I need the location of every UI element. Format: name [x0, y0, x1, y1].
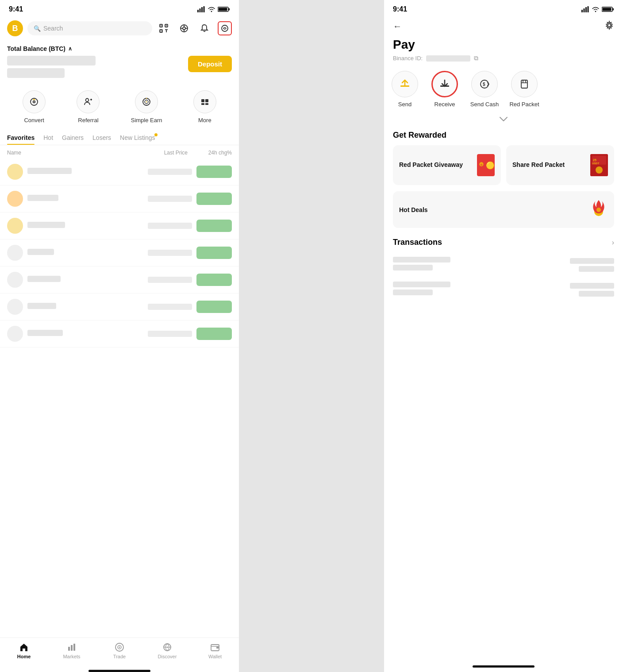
- share-red-packet-card[interactable]: Share Red Packet 25 USDT: [506, 145, 614, 185]
- copy-icon[interactable]: ⧉: [474, 54, 478, 62]
- svg-rect-38: [71, 645, 73, 651]
- time-left: 9:41: [9, 5, 23, 13]
- balance-row: Deposit: [7, 56, 232, 81]
- svg-text:B: B: [481, 163, 483, 166]
- nav-discover[interactable]: Discover: [143, 642, 191, 659]
- red-packet-giveaway-label: Red Packet Giveaway: [399, 161, 463, 170]
- settings-button[interactable]: [604, 20, 614, 32]
- svg-point-4: [211, 11, 212, 12]
- svg-text:USDT: USDT: [592, 162, 600, 165]
- transaction-row[interactable]: [393, 252, 614, 277]
- price-blur: [148, 196, 192, 202]
- balance-label: Total Balance (BTC) ∧: [7, 45, 232, 52]
- balance-section: Total Balance (BTC) ∧ Deposit: [0, 42, 239, 86]
- wallet-icon: [210, 642, 220, 652]
- balance-caret-icon[interactable]: ∧: [68, 46, 72, 52]
- svg-rect-47: [216, 647, 219, 649]
- tab-new-listings[interactable]: New Listings: [120, 131, 155, 145]
- convert-icon: [23, 90, 46, 113]
- coin-icon: [7, 326, 23, 342]
- market-row[interactable]: [0, 239, 239, 266]
- market-header: Name Last Price 24h chg%: [0, 147, 239, 158]
- home-indicator-right: [473, 665, 535, 668]
- svg-rect-39: [73, 644, 75, 651]
- svg-point-42: [119, 647, 120, 648]
- change-badge: [196, 274, 232, 286]
- svg-point-31: [146, 101, 147, 102]
- coin-name-block: [27, 330, 148, 338]
- header-price: Last Price: [135, 150, 188, 156]
- back-button[interactable]: ←: [393, 21, 402, 31]
- tab-gainers[interactable]: Gainers: [62, 131, 84, 145]
- svg-rect-12: [166, 25, 167, 26]
- change-badge: [196, 301, 232, 313]
- market-row[interactable]: [0, 158, 239, 185]
- market-row-left: [7, 326, 148, 342]
- hot-deals-label: Hot Deals: [399, 206, 428, 213]
- svg-rect-11: [161, 25, 162, 26]
- svg-rect-6: [229, 8, 230, 11]
- change-badge: [196, 328, 232, 340]
- svg-rect-2: [201, 7, 203, 12]
- market-row[interactable]: [0, 212, 239, 239]
- quick-action-more[interactable]: More: [193, 90, 216, 124]
- wifi-icon-right: [592, 6, 600, 12]
- svg-text:$: $: [483, 82, 485, 87]
- transactions-arrow-icon[interactable]: ›: [612, 239, 614, 247]
- tab-hot[interactable]: Hot: [43, 131, 53, 145]
- header-change: 24h chg%: [188, 150, 232, 156]
- pay-action-receive[interactable]: Receive: [429, 71, 460, 108]
- wifi-icon: [208, 6, 215, 12]
- status-icons-left: [197, 6, 230, 12]
- tab-losers[interactable]: Losers: [92, 131, 111, 145]
- binance-logo[interactable]: B: [7, 20, 23, 36]
- home-icon: [19, 642, 29, 652]
- discover-icon: [162, 642, 172, 652]
- scan-icon[interactable]: [157, 21, 171, 35]
- coin-icon: [7, 245, 23, 261]
- nav-trade[interactable]: Trade: [96, 642, 143, 659]
- market-row[interactable]: [0, 266, 239, 294]
- pay-action-red-packet[interactable]: Red Packet: [509, 71, 540, 108]
- support-icon[interactable]: [177, 21, 191, 35]
- send-label: Send: [398, 101, 411, 108]
- svg-point-32: [146, 98, 147, 99]
- nav-markets[interactable]: Markets: [48, 642, 96, 659]
- deposit-button[interactable]: Deposit: [188, 56, 232, 72]
- pay-action-send-cash[interactable]: $ Send Cash: [469, 71, 500, 108]
- quick-action-referral[interactable]: Referral: [77, 90, 100, 124]
- quick-action-convert[interactable]: Convert: [23, 90, 46, 124]
- transaction-right: [570, 258, 614, 272]
- chevron-down-row[interactable]: [384, 115, 623, 127]
- market-row[interactable]: [0, 185, 239, 212]
- change-badge: [196, 193, 232, 205]
- transaction-rows: [384, 252, 623, 302]
- quick-action-simple-earn[interactable]: Simple Earn: [131, 90, 162, 124]
- red-packet-giveaway-card[interactable]: Red Packet Giveaway B: [393, 145, 501, 185]
- market-row-left: [7, 272, 148, 288]
- svg-point-25: [34, 101, 35, 102]
- coin-icon: [7, 299, 23, 315]
- binance-id-row: Binance ID: ⧉: [384, 54, 623, 71]
- tab-favorites[interactable]: Favorites: [7, 131, 35, 145]
- receive-icon: [431, 71, 458, 97]
- more-label: More: [198, 117, 212, 124]
- time-right: 9:41: [393, 5, 407, 13]
- send-icon: [392, 71, 418, 97]
- pay-action-send[interactable]: Send: [389, 71, 420, 108]
- transaction-right: [570, 283, 614, 297]
- svg-rect-3: [204, 6, 205, 12]
- nav-home[interactable]: Home: [0, 642, 48, 659]
- nav-home-label: Home: [17, 654, 31, 659]
- pay-actions: Send Receive $: [384, 71, 623, 115]
- transaction-row[interactable]: [393, 277, 614, 302]
- change-badge: [196, 220, 232, 232]
- right-screen: 9:41: [384, 0, 623, 672]
- search-bar[interactable]: 🔍 Search: [27, 21, 152, 35]
- market-row[interactable]: [0, 321, 239, 348]
- nav-wallet[interactable]: Wallet: [191, 642, 239, 659]
- market-row[interactable]: [0, 294, 239, 321]
- pay-icon-button[interactable]: [218, 21, 232, 35]
- bell-icon[interactable]: [197, 21, 212, 35]
- hot-deals-card[interactable]: Hot Deals: [393, 191, 614, 228]
